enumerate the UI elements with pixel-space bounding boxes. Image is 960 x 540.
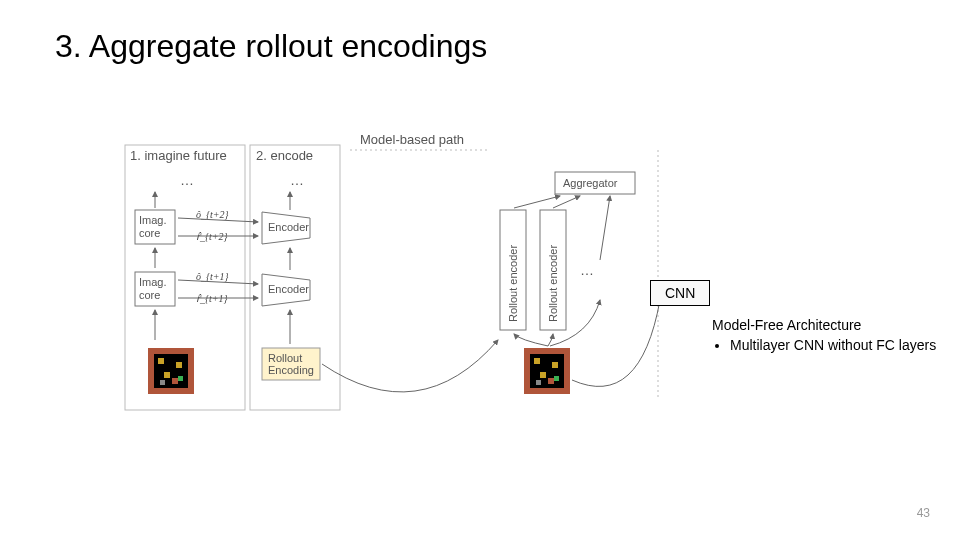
dots-icon: … [180, 172, 194, 188]
svg-text:core: core [139, 289, 160, 301]
svg-line-43 [600, 196, 610, 260]
cnn-badge: CNN [650, 280, 710, 306]
o-t2-label: ô_{t+2} [196, 209, 229, 220]
game-sprite-icon [524, 348, 570, 394]
diagram-svg: 1. imagine future 2. encode … … Imag. co… [0, 0, 960, 540]
model-free-heading: Model-Free Architecture [712, 316, 936, 334]
imag-core-label: Imag. [139, 214, 167, 226]
model-based-path-label: Model-based path [360, 132, 464, 147]
svg-text:Encoding: Encoding [268, 364, 314, 376]
model-free-bullet: Multilayer CNN without FC layers [730, 336, 936, 354]
svg-text:core: core [139, 227, 160, 239]
svg-line-41 [514, 196, 560, 208]
o-t1-label: ô_{t+1} [196, 271, 229, 282]
rollout-encoder-label: Rollout encoder [507, 245, 519, 322]
page-number: 43 [917, 506, 930, 520]
encoder-label: Encoder [268, 221, 309, 233]
svg-text:Encoder: Encoder [268, 283, 309, 295]
svg-text:Imag.: Imag. [139, 276, 167, 288]
aggregator-label: Aggregator [563, 177, 618, 189]
dots-icon: … [580, 262, 594, 278]
panel2-label: 2. encode [256, 148, 313, 163]
svg-text:Rollout encoder: Rollout encoder [547, 245, 559, 322]
game-sprite-icon [148, 348, 194, 394]
panel1-label: 1. imagine future [130, 148, 227, 163]
dots-icon: … [290, 172, 304, 188]
rollout-encoding-label: Rollout [268, 352, 302, 364]
svg-line-42 [553, 196, 580, 208]
model-free-note: Model-Free Architecture Multilayer CNN w… [712, 316, 936, 354]
